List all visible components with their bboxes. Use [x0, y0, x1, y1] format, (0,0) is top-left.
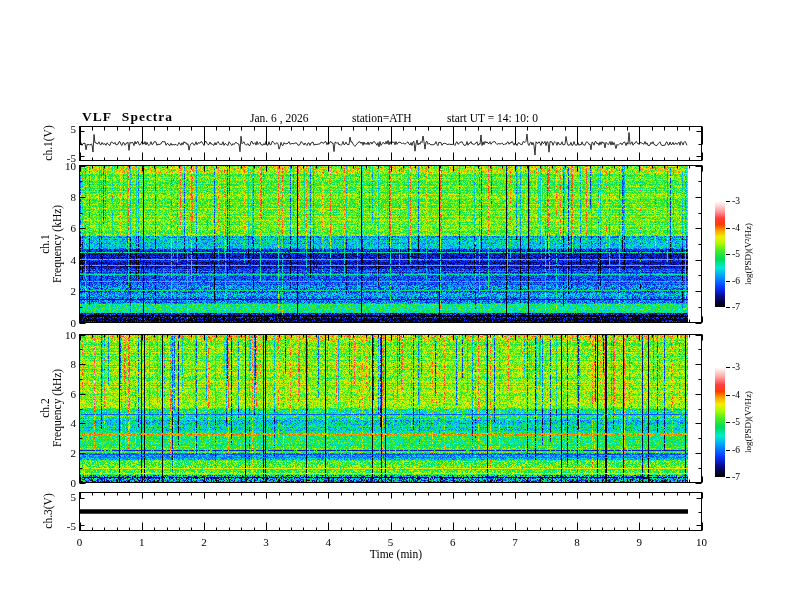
colorbar1-tick-label: -6: [732, 276, 740, 286]
ch2-axis-unit: Frequency (kHz): [51, 369, 63, 447]
x-tick-label: 0: [77, 536, 83, 548]
colorbar2-unit-label: log(PSD)(V²/Hz): [743, 391, 753, 453]
date-label: Jan. 6 , 2026: [250, 112, 308, 124]
colorbar2-tick-label: -5: [732, 417, 740, 427]
colorbar1-unit-label: log(PSD)(V²/Hz): [743, 223, 753, 285]
colorbar2-tick-label: -3: [732, 362, 740, 372]
spec2-freq-tick-label: 2: [71, 447, 77, 459]
start-ut-label: start UT = 14: 10: 0: [447, 112, 538, 124]
ch1-frequency-axis-label: ch.1 Frequency (kHz): [39, 205, 63, 283]
x-tick-label: 6: [450, 536, 456, 548]
wave3-y-tick-label: 5: [71, 491, 77, 503]
spec2-freq-tick-label: 8: [71, 358, 77, 370]
spec2-freq-tick-label: 4: [71, 417, 77, 429]
wave1-y-tick-label: 5: [71, 123, 77, 135]
ch1-volt-axis-label: ch.1(V): [42, 125, 54, 160]
spec1-freq-tick-label: 4: [71, 254, 77, 266]
x-tick-label: 1: [139, 536, 145, 548]
ch3-volt-axis-label: ch.3(V): [42, 493, 54, 528]
spec2-freq-tick-label: 6: [71, 388, 77, 400]
x-tick-label: 8: [574, 536, 580, 548]
x-tick-label: 10: [696, 536, 707, 548]
ch1-axis-channel: ch.1: [39, 205, 51, 283]
spec2-freq-tick-label: 0: [71, 477, 77, 489]
spec1-freq-tick-label: 10: [65, 160, 76, 172]
spec1-freq-tick-label: 0: [71, 317, 77, 329]
colorbar2-tick-label: -6: [732, 445, 740, 455]
x-tick-label: 7: [512, 536, 518, 548]
ch2-axis-channel: ch.2: [39, 369, 51, 447]
colorbar1-tick-label: -4: [732, 223, 740, 233]
x-tick-label: 5: [388, 536, 394, 548]
ch1-axis-unit: Frequency (kHz): [51, 205, 63, 283]
spectrogram-plot-canvas: [0, 0, 792, 612]
spec1-freq-tick-label: 8: [71, 191, 77, 203]
spec1-freq-tick-label: 2: [71, 285, 77, 297]
vlf-spectra-figure: VLF Spectra Jan. 6 , 2026 station=ATH st…: [0, 0, 792, 612]
x-tick-label: 2: [201, 536, 207, 548]
time-axis-label: Time (min): [370, 548, 422, 560]
colorbar2-tick-label: -7: [732, 472, 740, 482]
plot-title: VLF Spectra: [82, 109, 173, 125]
x-tick-label: 4: [326, 536, 332, 548]
ch2-frequency-axis-label: ch.2 Frequency (kHz): [39, 369, 63, 447]
colorbar1-tick-label: -5: [732, 249, 740, 259]
station-label: station=ATH: [352, 112, 412, 124]
x-tick-label: 3: [263, 536, 269, 548]
x-tick-label: 9: [637, 536, 643, 548]
colorbar1-tick-label: -3: [732, 196, 740, 206]
spec2-freq-tick-label: 10: [65, 329, 76, 341]
spec1-freq-tick-label: 6: [71, 222, 77, 234]
colorbar2-tick-label: -4: [732, 390, 740, 400]
wave3-y-tick-label: -5: [67, 520, 76, 532]
colorbar1-tick-label: -7: [732, 302, 740, 312]
